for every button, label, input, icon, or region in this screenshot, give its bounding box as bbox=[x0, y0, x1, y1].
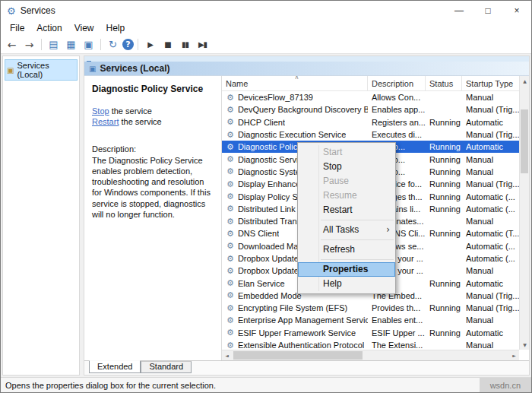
menu-action[interactable]: Action bbox=[30, 23, 68, 33]
service-gear-icon: ⚙ bbox=[226, 266, 234, 276]
stop-service-link[interactable]: Stop bbox=[92, 106, 109, 116]
refresh-icon[interactable]: ↻ bbox=[105, 36, 121, 52]
export-list-icon[interactable]: ▦ bbox=[63, 36, 79, 52]
service-startup-cell: Manual bbox=[462, 266, 519, 275]
service-description-cell: Enables ent... bbox=[368, 315, 426, 325]
service-startup-cell: Automatic bbox=[462, 328, 519, 338]
menu-item-resume[interactable]: Resume bbox=[298, 189, 395, 203]
service-row[interactable]: ⚙Enterprise App Management ServiceEnable… bbox=[222, 314, 519, 326]
service-status-cell: Running bbox=[426, 142, 462, 151]
menu-item-all-tasks[interactable]: All Tasks› bbox=[298, 223, 395, 237]
menu-item-stop[interactable]: Stop bbox=[298, 160, 395, 174]
scroll-left-icon[interactable]: ◄ bbox=[222, 350, 232, 360]
menu-item-properties[interactable]: Properties bbox=[298, 262, 395, 277]
service-row[interactable]: ⚙Diagnostic Execution ServiceExecutes di… bbox=[222, 128, 519, 141]
menu-item-label: Help bbox=[323, 278, 342, 289]
menu-separator bbox=[321, 220, 394, 220]
menu-view[interactable]: View bbox=[68, 23, 100, 33]
menu-item-refresh[interactable]: Refresh bbox=[298, 242, 395, 257]
service-row[interactable]: ⚙Encrypting File System (EFS)Provides th… bbox=[222, 302, 519, 314]
minimize-button[interactable]: — bbox=[445, 1, 473, 21]
service-name: Enterprise App Management Service bbox=[238, 315, 368, 325]
show-hide-console-tree-icon[interactable]: ▤ bbox=[46, 36, 62, 52]
service-name: DevQuery Background Discovery B... bbox=[238, 105, 368, 114]
service-startup-cell: Automatic (... bbox=[462, 192, 519, 201]
watermark: wsdn.cn bbox=[480, 378, 531, 392]
service-startup-cell: Automatic bbox=[462, 118, 519, 127]
pause-icon[interactable]: ▮▮ bbox=[177, 36, 193, 52]
service-name: Encrypting File System (EFS) bbox=[238, 303, 347, 312]
service-startup-cell: Manual (Trig... bbox=[462, 130, 519, 139]
menu-bar: File Action View Help bbox=[1, 21, 531, 36]
horizontal-scroll-thumb[interactable] bbox=[233, 351, 363, 360]
maximize-button[interactable]: □ bbox=[473, 1, 502, 21]
context-menu: StartStopPauseResumeRestartAll Tasks›Ref… bbox=[297, 142, 396, 294]
service-gear-icon: ⚙ bbox=[226, 341, 234, 350]
column-header-description[interactable]: Description bbox=[368, 76, 426, 90]
service-gear-icon: ⚙ bbox=[226, 117, 234, 127]
scroll-up-icon[interactable]: ▲ bbox=[520, 76, 530, 86]
service-name-cell: ⚙DevicesFlow_87139 bbox=[222, 93, 368, 103]
service-name: Diagnostic Execution Service bbox=[238, 130, 346, 139]
column-header-name[interactable]: ∧Name bbox=[222, 76, 368, 90]
menu-item-help[interactable]: Help bbox=[298, 277, 395, 291]
service-row[interactable]: ⚙ESIF Upper Framework ServiceESIF Upper … bbox=[222, 327, 519, 339]
menu-item-pause[interactable]: Pause bbox=[298, 174, 395, 189]
column-header-status[interactable]: Status bbox=[426, 76, 462, 90]
menu-item-start[interactable]: Start bbox=[298, 145, 395, 160]
forward-icon[interactable]: → bbox=[21, 36, 37, 52]
column-header-name-label: Name bbox=[226, 79, 248, 88]
services-window: ⚙ Services — □ × File Action View Help ←… bbox=[0, 0, 532, 393]
service-status-cell: Running bbox=[426, 167, 462, 176]
column-header-startup-type[interactable]: Startup Type bbox=[462, 76, 519, 90]
service-status-cell: Running bbox=[426, 303, 462, 312]
menu-item-restart[interactable]: Restart bbox=[298, 203, 395, 217]
tab-extended[interactable]: Extended bbox=[89, 360, 141, 373]
stop-icon[interactable]: ■ bbox=[160, 36, 176, 52]
service-status-cell: Running bbox=[426, 192, 462, 201]
properties-icon[interactable]: ▣ bbox=[81, 36, 97, 52]
service-description-cell: The Extensi... bbox=[368, 341, 426, 350]
status-text: Opens the properties dialog box for the … bbox=[1, 381, 216, 390]
stop-service-line: Stop the service bbox=[92, 106, 215, 117]
tab-standard[interactable]: Standard bbox=[141, 361, 192, 373]
scroll-down-icon[interactable]: ▼ bbox=[520, 340, 530, 350]
service-row[interactable]: ⚙Extensible Authentication ProtocolThe E… bbox=[222, 339, 519, 350]
toolbar-separator bbox=[100, 39, 101, 50]
menu-item-label: Start bbox=[323, 147, 342, 157]
main-area: ▣ Services (Local) ▣ Services (Local) Di… bbox=[1, 54, 531, 377]
tree-item-services-local[interactable]: ▣ Services (Local) bbox=[5, 59, 78, 81]
restart-icon[interactable]: ▶▮ bbox=[195, 36, 211, 52]
service-gear-icon: ⚙ bbox=[226, 290, 234, 300]
view-tabs: Extended Standard bbox=[84, 360, 529, 375]
scroll-right-icon[interactable]: ► bbox=[509, 350, 519, 360]
service-name-cell: ⚙Diagnostic Execution Service bbox=[222, 130, 368, 140]
service-row[interactable]: ⚙DevicesFlow_87139Allows Con...Manual bbox=[222, 91, 519, 103]
snapin-header: ▣ Services (Local) bbox=[84, 62, 529, 76]
service-gear-icon: ⚙ bbox=[226, 154, 234, 164]
vertical-scrollbar[interactable]: ▲ ▼ bbox=[519, 76, 529, 350]
tree-item-label: Services (Local) bbox=[17, 61, 75, 79]
restart-service-link[interactable]: Restart bbox=[92, 117, 119, 126]
service-startup-cell: Automatic (... bbox=[462, 242, 519, 251]
service-gear-icon: ⚙ bbox=[226, 241, 234, 251]
back-icon[interactable]: ← bbox=[4, 36, 20, 52]
service-name: DHCP Client bbox=[238, 118, 285, 127]
service-row[interactable]: ⚙DevQuery Background Discovery B...Enabl… bbox=[222, 103, 519, 116]
horizontal-scrollbar[interactable]: ◄ ► bbox=[222, 350, 519, 360]
vertical-scroll-thumb[interactable] bbox=[521, 109, 528, 173]
service-name: Dropbox Update... bbox=[238, 266, 306, 275]
console-root-icon: ▣ bbox=[7, 66, 14, 74]
start-icon[interactable]: ▶ bbox=[142, 36, 158, 52]
help-icon[interactable]: ? bbox=[122, 39, 134, 50]
menu-separator bbox=[321, 239, 394, 240]
menu-item-label: Resume bbox=[323, 190, 357, 201]
service-gear-icon: ⚙ bbox=[226, 204, 234, 214]
service-row[interactable]: ⚙DHCP ClientRegisters an...RunningAutoma… bbox=[222, 116, 519, 128]
menu-separator bbox=[321, 259, 394, 260]
menu-help[interactable]: Help bbox=[100, 23, 131, 33]
status-bar: Opens the properties dialog box for the … bbox=[1, 377, 531, 392]
menu-file[interactable]: File bbox=[4, 23, 30, 33]
close-button[interactable]: × bbox=[502, 1, 531, 21]
service-gear-icon: ⚙ bbox=[226, 229, 234, 239]
